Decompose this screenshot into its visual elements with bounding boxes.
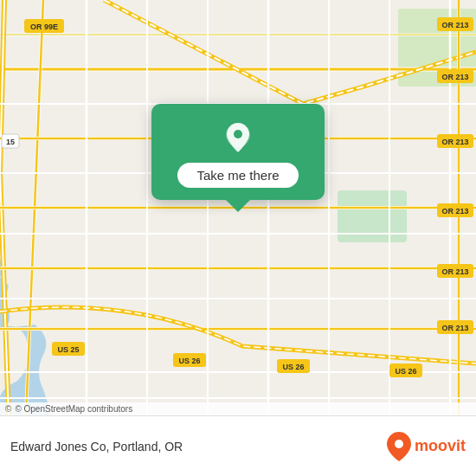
moovit-text: moovit: [415, 437, 466, 455]
copyright-symbol: ©: [5, 404, 11, 414]
footer: Edward Jones Co, Portland, OR moovit: [0, 415, 476, 476]
moovit-logo: moovit: [387, 432, 466, 461]
svg-text:OR 213: OR 213: [441, 73, 468, 81]
svg-text:15: 15: [6, 138, 15, 146]
svg-text:OR 213: OR 213: [441, 324, 468, 332]
take-me-there-button[interactable]: Take me there: [177, 163, 298, 188]
svg-text:US 26: US 26: [395, 367, 416, 376]
svg-text:US 25: US 25: [57, 345, 79, 354]
map-attribution: © © OpenStreetMap contributors: [0, 402, 476, 415]
svg-text:OR 213: OR 213: [441, 207, 468, 215]
svg-text:US 26: US 26: [282, 363, 304, 371]
svg-text:OR 213: OR 213: [441, 21, 468, 29]
moovit-pin-icon: [387, 432, 411, 461]
map-container[interactable]: OR 99E 15 OR 213 OR 213 OR 213 OR 213 OR…: [0, 0, 476, 415]
svg-point-58: [395, 440, 403, 448]
svg-point-57: [234, 130, 242, 138]
location-label: Edward Jones Co, Portland, OR: [10, 440, 387, 453]
svg-text:OR 99E: OR 99E: [30, 23, 58, 31]
popup-card: Take me there: [151, 104, 325, 200]
location-pin-icon: [220, 119, 256, 156]
svg-text:OR 213: OR 213: [441, 138, 468, 146]
svg-text:OR 213: OR 213: [441, 267, 468, 276]
svg-text:US 26: US 26: [178, 357, 200, 365]
attribution-text: © OpenStreetMap contributors: [15, 404, 132, 414]
